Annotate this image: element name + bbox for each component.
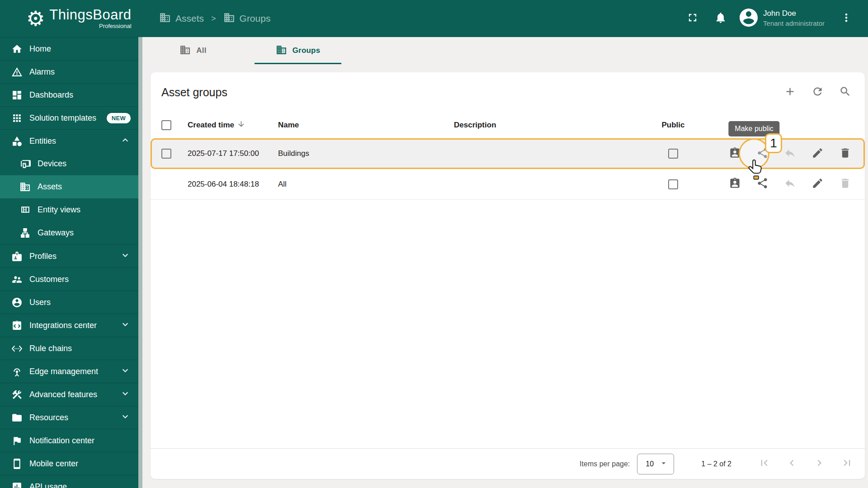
manage-users-button[interactable] [726,175,744,193]
assignment-person-icon [729,177,741,191]
breadcrumb-separator: > [211,14,216,23]
column-header-public[interactable]: Public [651,121,696,130]
bar-chart-icon [11,481,23,488]
app-edition: Professional [99,23,132,29]
fullscreen-icon [686,11,699,26]
sidebar-item-api-usage[interactable]: API usage [0,475,142,488]
sidebar-scrollbar[interactable] [138,37,142,488]
breadcrumb-groups[interactable]: Groups [223,12,271,26]
sidebar-item-dashboards[interactable]: Dashboards [0,83,142,106]
search-button[interactable] [836,83,854,101]
column-header-created-time[interactable]: Created time [183,120,274,131]
building-icon [179,44,191,57]
user-avatar[interactable] [739,9,759,28]
account-circle-icon [11,296,23,308]
column-header-description[interactable]: Description [449,121,651,130]
notifications-button[interactable] [711,9,731,28]
sidebar-item-integrations-center[interactable]: Integrations center [0,314,142,337]
column-header-name[interactable]: Name [274,121,449,130]
delete-button [836,175,854,193]
sidebar-item-label: Edge management [29,367,98,376]
column-label: Public [661,121,684,130]
people-icon [11,273,23,285]
tab-spacer [236,37,255,64]
trash-icon [839,147,851,161]
edit-button[interactable] [808,145,826,163]
previous-page-button [783,455,801,473]
sidebar-item-label: Gateways [38,228,74,238]
last-page-icon [841,457,853,471]
sidebar-item-label: Assets [38,182,62,192]
sidebar-item-devices[interactable]: Devices [0,152,142,175]
breadcrumb: Assets > Groups [159,0,270,37]
sidebar-item-rule-chains[interactable]: Rule chains [0,337,142,360]
pencil-icon [811,177,824,191]
sidebar-item-customers[interactable]: Customers [0,267,142,291]
folder-icon [11,412,23,423]
sidebar: Home Alarms Dashboards Solution template… [0,37,142,488]
sidebar-item-label: Advanced features [29,390,97,399]
tab-bar: All Groups [142,37,868,64]
sidebar-item-assets[interactable]: Assets [0,175,142,198]
column-label: Description [454,121,496,130]
pagination-bar: Items per page: 10 1 – 2 of 2 [151,448,865,479]
select-all-checkbox[interactable] [161,120,171,130]
delete-button[interactable] [836,145,854,163]
chevron-down-icon [120,365,131,378]
cell-created-time: 2025-07-17 17:50:00 [183,149,274,158]
sidebar-item-notification-center[interactable]: Notification center [0,429,142,452]
sidebar-item-label: API usage [29,482,67,488]
page-title: Asset groups [161,86,227,99]
pencil-icon [811,147,824,161]
sidebar-item-label: Customers [29,275,69,284]
cell-name: All [274,180,449,189]
sidebar-item-advanced-features[interactable]: Advanced features [0,383,142,406]
sidebar-item-profiles[interactable]: Profiles [0,244,142,267]
sort-desc-icon [237,120,245,131]
breadcrumb-label: Groups [240,13,271,24]
sidebar-item-label: Notification center [29,436,94,446]
tools-icon [11,389,23,400]
sidebar-item-label: Entity views [38,205,80,215]
sidebar-item-edge-management[interactable]: Edge management [0,360,142,383]
tab-groups[interactable]: Groups [255,37,341,64]
sidebar-item-mobile-center[interactable]: Mobile center [0,452,142,475]
tab-all[interactable]: All [150,37,236,64]
chevron-right-icon [813,457,826,471]
category-icon [11,135,23,147]
integration-icon [11,319,23,331]
chevron-down-icon [120,319,131,332]
sidebar-item-gateways[interactable]: Gateways [0,221,142,244]
row-actions [696,175,854,193]
sidebar-item-entity-views[interactable]: Entity views [0,198,142,221]
fullscreen-button[interactable] [683,9,703,28]
sidebar-item-alarms[interactable]: Alarms [0,60,142,83]
add-button[interactable] [781,83,799,101]
items-per-page-label: Items per page: [580,460,630,468]
next-page-button [810,455,828,473]
sidebar-item-solution-templates[interactable]: Solution templates NEW [0,106,142,129]
page: ⚙ ThingsBoard Professional Assets > Grou… [0,0,868,488]
undo-arrow-icon [784,147,796,161]
public-checkbox[interactable] [668,149,678,159]
sidebar-item-entities[interactable]: Entities [0,129,142,152]
row-checkbox[interactable] [161,149,171,159]
thingsboard-logo-icon: ⚙ [26,8,45,29]
refresh-button[interactable] [808,83,826,101]
sidebar-item-home[interactable]: Home [0,37,142,60]
sidebar-item-users[interactable]: Users [0,291,142,314]
dashboard-icon [11,89,23,101]
column-label: Created time [188,121,234,130]
public-checkbox[interactable] [668,179,678,189]
building-icon [223,12,235,26]
user-menu-button[interactable] [836,9,856,28]
thingsboard-logo[interactable]: ⚙ ThingsBoard Professional [26,8,132,29]
table-toolbar [781,83,854,101]
bell-icon [714,11,727,26]
page-size-value: 10 [646,460,654,468]
page-size-select[interactable]: 10 [637,454,674,474]
edit-button[interactable] [808,175,826,193]
sidebar-item-resources[interactable]: Resources [0,406,142,429]
trash-icon [839,177,851,191]
breadcrumb-assets[interactable]: Assets [159,12,204,26]
